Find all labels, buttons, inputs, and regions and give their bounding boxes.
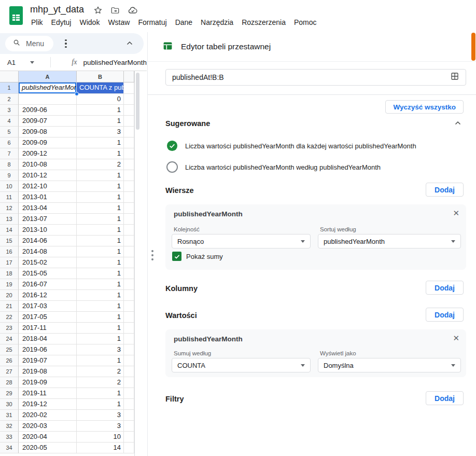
add-filters-button[interactable]: Dodaj — [426, 391, 464, 405]
row-header[interactable]: 3 — [0, 105, 19, 116]
sheet-cell[interactable]: 1 — [77, 148, 124, 159]
sheet-cell[interactable]: 2009-07 — [19, 116, 77, 127]
row-header[interactable]: 26 — [0, 355, 19, 366]
sheet-cell[interactable]: 1 — [77, 246, 124, 257]
sheet-cell[interactable]: 2013-04 — [19, 203, 77, 214]
row-header[interactable]: 18 — [0, 268, 19, 279]
sheet-cell[interactable] — [124, 399, 134, 410]
sheet-cell[interactable]: 2009-12 — [19, 148, 77, 159]
sheet-cell[interactable]: 1 — [77, 214, 124, 225]
row-header[interactable]: 27 — [0, 366, 19, 377]
sheet-cell[interactable]: 1 — [77, 279, 124, 290]
sheet-cell[interactable]: 2010-12 — [19, 170, 77, 181]
sheet-cell[interactable]: 2020-02 — [19, 410, 77, 421]
sheet-cell[interactable] — [19, 94, 77, 105]
show-as-dropdown[interactable]: Domyślna — [318, 358, 461, 372]
row-header[interactable]: 13 — [0, 214, 19, 225]
name-box[interactable]: A1 — [0, 57, 51, 67]
suggestion-selected-icon[interactable] — [166, 140, 178, 151]
sheet-cell[interactable]: 2013-10 — [19, 225, 77, 236]
sheet-cell[interactable] — [124, 432, 134, 443]
row-header[interactable]: 33 — [0, 432, 19, 443]
column-header-c-partial[interactable] — [124, 71, 134, 82]
sheet-cell[interactable] — [124, 312, 134, 323]
row-header[interactable]: 11 — [0, 192, 19, 203]
sheet-cell[interactable]: 2018-04 — [19, 334, 77, 344]
sheet-cell[interactable] — [124, 225, 134, 236]
sheet-cell[interactable] — [124, 355, 134, 366]
row-header[interactable]: 28 — [0, 377, 19, 388]
sheet-cell[interactable]: 3 — [77, 127, 124, 137]
sheet-cell[interactable]: 2 — [77, 377, 124, 388]
sheet-cell[interactable]: 1 — [77, 290, 124, 301]
sheet-cell[interactable] — [124, 323, 134, 334]
add-columns-button[interactable]: Dodaj — [426, 281, 464, 295]
row-header[interactable]: 16 — [0, 246, 19, 257]
sheet-cell[interactable]: 1 — [77, 116, 124, 127]
sheet-cell[interactable]: 1 — [77, 334, 124, 344]
menu-narzędzia[interactable]: Narzędzia — [197, 17, 237, 28]
sheet-cell[interactable] — [124, 137, 134, 148]
sheet-cell[interactable]: COUNTA z publishedYearMonth — [77, 82, 124, 94]
panel-scrollbar-thumb[interactable] — [471, 33, 475, 61]
sheet-cell[interactable] — [124, 127, 134, 137]
select-all-corner[interactable] — [0, 71, 19, 82]
menu-formatuj[interactable]: Formatuj — [134, 17, 171, 28]
sheet-cell[interactable]: 14 — [77, 443, 124, 453]
sheet-cell[interactable]: 2019-07 — [19, 355, 77, 366]
row-header[interactable]: 24 — [0, 334, 19, 344]
sheet-cell[interactable]: 2012-10 — [19, 181, 77, 192]
row-header[interactable]: 6 — [0, 137, 19, 148]
sheet-cell[interactable]: 2013-07 — [19, 214, 77, 225]
add-rows-button[interactable]: Dodaj — [426, 183, 464, 197]
summarize-by-dropdown[interactable]: COUNTA — [172, 358, 311, 372]
sheet-cell[interactable] — [124, 170, 134, 181]
row-header[interactable]: 19 — [0, 279, 19, 290]
cloud-saved-icon[interactable] — [128, 5, 138, 18]
sheet-cell[interactable]: 10 — [77, 432, 124, 443]
sheet-cell[interactable]: 2014-08 — [19, 246, 77, 257]
row-header[interactable]: 10 — [0, 181, 19, 192]
sheet-cell[interactable]: 1 — [77, 388, 124, 399]
sheet-cell[interactable]: 2016-12 — [19, 290, 77, 301]
sheets-logo-icon[interactable] — [9, 6, 23, 25]
sheet-vertical-scrollbar[interactable] — [134, 71, 141, 456]
menu-widok[interactable]: Widok — [75, 17, 104, 28]
sheet-cell[interactable]: 2 — [77, 366, 124, 377]
sheet-cell[interactable]: 1 — [77, 236, 124, 246]
row-header[interactable]: 32 — [0, 421, 19, 432]
sheet-cell[interactable]: 0 — [77, 94, 124, 105]
sheet-cell[interactable]: 3 — [77, 344, 124, 355]
menu-wstaw[interactable]: Wstaw — [104, 17, 134, 28]
formula-input[interactable]: publishedYearMonth — [83, 59, 147, 66]
sheet-cell[interactable]: 1 — [77, 323, 124, 334]
sheet-cell[interactable] — [124, 301, 134, 312]
menu-dane[interactable]: Dane — [171, 17, 197, 28]
row-header[interactable]: 34 — [0, 443, 19, 453]
sheet-cell[interactable]: 1 — [77, 170, 124, 181]
sheet-cell[interactable]: 2016-07 — [19, 279, 77, 290]
row-header[interactable]: 29 — [0, 388, 19, 399]
sheet-cell[interactable] — [124, 279, 134, 290]
menu-rozszerzenia[interactable]: Rozszerzenia — [237, 17, 290, 28]
row-header[interactable]: 22 — [0, 312, 19, 323]
row-header[interactable]: 1 — [0, 82, 19, 94]
sheet-cell[interactable] — [124, 334, 134, 344]
sheet-cell[interactable]: 2020-03 — [19, 421, 77, 432]
sheet-cell[interactable]: 1 — [77, 203, 124, 214]
row-header[interactable]: 12 — [0, 203, 19, 214]
sheet-cell[interactable] — [124, 366, 134, 377]
sheet-cell[interactable]: 1 — [77, 137, 124, 148]
sheet-cell[interactable]: 2020-05 — [19, 443, 77, 453]
sheet-cell[interactable]: 2015-02 — [19, 257, 77, 268]
sheet-cell[interactable] — [124, 159, 134, 170]
show-totals-checkbox[interactable] — [172, 252, 181, 261]
sheet-cell[interactable]: 1 — [77, 192, 124, 203]
sheet-cell[interactable]: 2009-08 — [19, 127, 77, 137]
sheet-cell[interactable]: 2019-08 — [19, 366, 77, 377]
row-header[interactable]: 9 — [0, 170, 19, 181]
sheet-cell[interactable]: 2009-06 — [19, 105, 77, 116]
sheet-cell[interactable]: 2 — [77, 159, 124, 170]
sheet-cell[interactable] — [124, 410, 134, 421]
collapse-suggested-icon[interactable] — [453, 119, 463, 130]
